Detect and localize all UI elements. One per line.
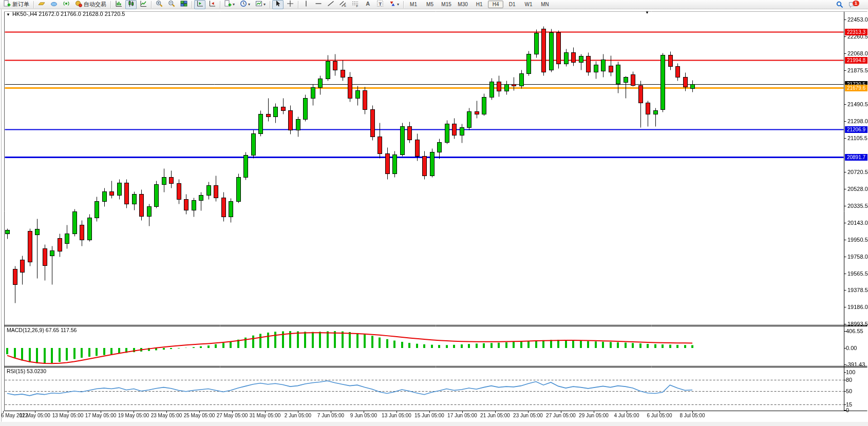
trendline-button[interactable] — [325, 0, 336, 9]
timeframe-m1-button[interactable]: M1 — [406, 1, 421, 8]
time-axis-label: 13 Jun 05:00 — [382, 413, 411, 418]
timeframe-m5-button[interactable]: M5 — [422, 1, 438, 8]
time-axis-label: 19 May 05:00 — [118, 413, 149, 418]
line-chart-icon — [140, 0, 147, 9]
time-axis-label: 17 Jun 05:00 — [447, 413, 477, 418]
rsi-axis-tick: 50 — [846, 388, 852, 394]
dropdown-caret-icon[interactable]: ▾ — [263, 2, 266, 7]
rsi-indicator-label: RSI(15) 53.0230 — [7, 368, 46, 374]
templates-button[interactable]: ▾ — [253, 0, 268, 9]
text-label-button[interactable]: T — [374, 0, 386, 9]
equidistant-channel-button[interactable]: E — [337, 0, 349, 9]
crosshair-button[interactable] — [285, 0, 296, 9]
time-axis-label: 13 May 05:00 — [52, 413, 84, 418]
price-axis-tick: 21875.5 — [847, 67, 868, 73]
chevron-down-icon[interactable]: ▼ — [6, 12, 10, 17]
bar-chart-button[interactable] — [113, 0, 124, 9]
notifications-button[interactable]: 1 — [846, 0, 864, 9]
signal-icon — [63, 0, 70, 9]
periods-button[interactable]: ▾ — [238, 0, 252, 9]
toolbar-separator — [192, 1, 192, 8]
candle-chart-icon — [127, 0, 135, 9]
fibonacci-button[interactable]: F — [350, 0, 361, 9]
signal-button[interactable] — [61, 0, 72, 9]
line-chart-button[interactable] — [138, 0, 149, 9]
search-button[interactable] — [834, 0, 845, 9]
time-axis-label: 21 Jun 05:00 — [480, 413, 510, 418]
svg-text:T: T — [379, 1, 382, 6]
notification-badge: 1 — [853, 1, 859, 6]
time-axis-label: 4 Jul 05:00 — [614, 413, 639, 418]
toolbar-separator — [33, 1, 34, 8]
time-axis-label: 8 Jul 05:00 — [680, 413, 705, 418]
time-axis-label: 17 May 05:00 — [85, 413, 117, 418]
indicators-button[interactable]: ▾ — [222, 0, 237, 9]
price-level-badge: 22313.3 — [845, 29, 867, 35]
arrows-button[interactable]: ▾ — [387, 0, 401, 9]
price-axis-tick: 20335.5 — [847, 203, 868, 209]
chart-shift-button[interactable] — [206, 0, 218, 9]
price-axis-tick: 21105.5 — [847, 135, 867, 141]
timeframe-d1-button[interactable]: D1 — [504, 1, 520, 8]
time-axis-label: 25 May 05:00 — [184, 413, 215, 418]
vertical-line-icon — [303, 0, 310, 9]
time-axis-label: 31 May 05:00 — [250, 413, 281, 418]
macd-axis-tick: 406.55 — [846, 328, 863, 334]
timeframe-m30-button[interactable]: M30 — [455, 1, 470, 8]
macd-indicator-label: MACD(12,26,9) 67.65 117.56 — [7, 327, 77, 333]
time-axis-label: 29 Jun 05:00 — [579, 413, 609, 418]
rsi-axis-tick: 80 — [846, 377, 852, 383]
toolbar-button-label: 自动交易 — [84, 1, 106, 8]
dropdown-caret-icon[interactable]: ▾ — [397, 2, 399, 7]
zoom-in-button[interactable] — [154, 0, 165, 9]
toolbar-separator — [270, 1, 270, 8]
price-axis-tick: 20143.0 — [847, 220, 868, 226]
time-axis-label: 27 Jun 05:00 — [546, 413, 576, 418]
candle-chart-button[interactable] — [125, 0, 137, 9]
dropdown-caret-icon[interactable]: ▾ — [233, 2, 235, 7]
time-axis-label: 6 Jul 05:00 — [647, 413, 672, 418]
auto-scroll-button[interactable] — [194, 0, 205, 9]
text-button[interactable]: A — [362, 0, 373, 9]
vertical-line-button[interactable] — [300, 0, 312, 9]
price-axis-tick: 20720.5 — [847, 169, 868, 175]
macd-axis-tick: -391.43 — [846, 361, 865, 367]
news-button[interactable] — [48, 0, 60, 9]
toolbar-separator — [151, 1, 152, 8]
dropdown-caret-icon[interactable]: ▾ — [248, 2, 250, 7]
rsi-axis-tick: 0 — [846, 407, 849, 413]
timeframe-h1-button[interactable]: H1 — [471, 1, 487, 8]
price-axis-tick: 22453.0 — [847, 16, 868, 23]
zoom-out-button[interactable] — [166, 0, 177, 9]
tile-windows-button[interactable] — [178, 0, 190, 9]
time-axis-label: 27 May 05:00 — [217, 413, 248, 418]
auto-trading-button[interactable]: 自动交易 — [73, 0, 108, 9]
gold-button[interactable] — [36, 0, 47, 9]
toolbar-right-icons: 1 — [834, 0, 865, 9]
time-axis-label: 11 May 05:00 — [20, 413, 50, 418]
gold-icon — [38, 0, 45, 9]
timeframe-mn-button[interactable]: MN — [537, 1, 553, 8]
price-level-badge: 21679.6 — [845, 85, 867, 91]
price-axis-tick: 19950.5 — [847, 237, 868, 243]
timeframe-m15-button[interactable]: M15 — [439, 1, 454, 8]
new-order-button[interactable]: 新订单 — [2, 0, 31, 9]
price-axis-tick: 19758.0 — [847, 254, 868, 260]
price-chart-canvas[interactable] — [0, 0, 868, 426]
timeframe-w1-button[interactable]: W1 — [521, 1, 536, 8]
price-level-badge: 21994.8 — [845, 57, 867, 64]
cursor-icon — [274, 0, 281, 9]
time-axis-label: 15 Jun 05:00 — [414, 413, 444, 418]
price-axis-tick: 21490.5 — [847, 101, 868, 107]
toolbar-separator — [298, 1, 298, 8]
chart-shift-marker-icon[interactable]: ▼ — [645, 10, 649, 15]
horizontal-line-button[interactable] — [313, 0, 324, 9]
tile-windows-icon — [180, 0, 187, 9]
bar-chart-icon — [115, 0, 122, 9]
chart-shift-icon — [209, 0, 216, 9]
timeframe-h4-button[interactable]: H4 — [488, 1, 503, 8]
price-axis-tick: 18993.5 — [847, 321, 868, 327]
time-axis-label: 23 May 05:00 — [151, 413, 182, 418]
cursor-button[interactable] — [272, 0, 284, 9]
trading-terminal-window: 新订单自动交易▾▾▾EFAT▾M1M5M15M30H1H4D1W1MN 1 ▼H… — [0, 0, 868, 426]
